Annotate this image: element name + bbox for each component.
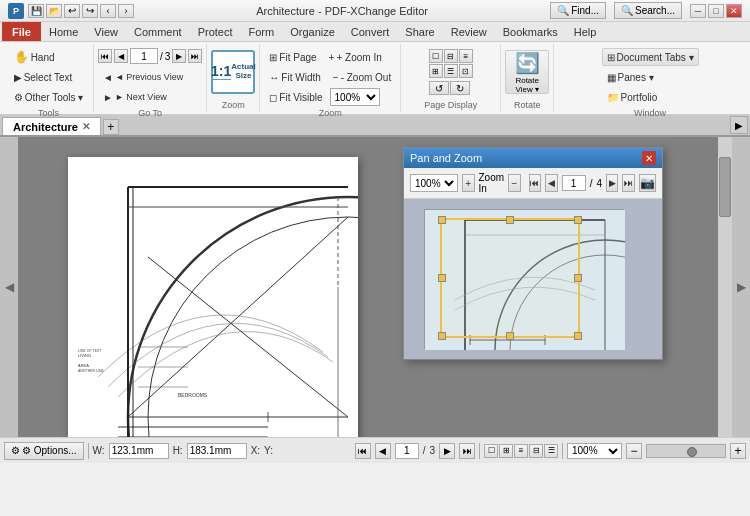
- handle-tr[interactable]: [574, 216, 582, 224]
- tabs-icon: ⊞: [607, 52, 615, 63]
- fit-page-btn[interactable]: ⊞ Fit Page: [264, 48, 321, 66]
- tab-close-btn[interactable]: ✕: [82, 121, 90, 132]
- spread-btn[interactable]: ⊡: [459, 64, 473, 78]
- menu-file[interactable]: File: [2, 22, 41, 41]
- menu-home[interactable]: Home: [41, 22, 86, 41]
- undo-btn[interactable]: ↩: [64, 4, 80, 18]
- handle-ml[interactable]: [438, 274, 446, 282]
- handle-tl[interactable]: [438, 216, 446, 224]
- bottom-next-btn[interactable]: ▶: [439, 443, 455, 459]
- small-icon-1[interactable]: ☐: [484, 444, 498, 458]
- menu-view[interactable]: View: [86, 22, 126, 41]
- options-btn[interactable]: ⚙ ⚙ Options...: [4, 442, 84, 460]
- pz-last-btn[interactable]: ⏭: [622, 174, 635, 192]
- bottom-zoom-out-btn[interactable]: −: [626, 443, 642, 459]
- rotate-right-btn[interactable]: ↻: [450, 81, 470, 95]
- height-input[interactable]: [187, 443, 247, 459]
- portfolio-btn[interactable]: 📁 Portfolio: [602, 88, 699, 106]
- select-text-icon: ▶: [14, 72, 22, 83]
- last-page-btn[interactable]: ⏭: [188, 49, 202, 63]
- pz-first-btn[interactable]: ⏮: [529, 174, 542, 192]
- menu-protect[interactable]: Protect: [190, 22, 241, 41]
- pan-zoom-close-btn[interactable]: ✕: [642, 151, 656, 165]
- panes-btn[interactable]: ▦ Panes ▾: [602, 68, 699, 86]
- pz-page-input[interactable]: [562, 175, 586, 191]
- forward-btn[interactable]: ›: [118, 4, 134, 18]
- bottom-last-btn[interactable]: ⏭: [459, 443, 475, 459]
- zoom-slider[interactable]: [646, 444, 726, 458]
- find-btn[interactable]: 🔍 Find...: [550, 2, 606, 19]
- small-icon-5[interactable]: ☰: [544, 444, 558, 458]
- pz-next-btn[interactable]: ▶: [606, 174, 619, 192]
- search-btn[interactable]: 🔍 Search...: [614, 2, 682, 19]
- rotate-view-btn[interactable]: 🔄 Rotate View ▾: [505, 50, 549, 94]
- redo-btn[interactable]: ↪: [82, 4, 98, 18]
- prev-page-btn[interactable]: ◀: [114, 49, 128, 63]
- fit-width-btn[interactable]: ↔ Fit Width: [264, 68, 325, 86]
- tab-scroll-right[interactable]: ▶: [730, 116, 748, 134]
- pz-prev-btn[interactable]: ◀: [545, 174, 558, 192]
- handle-mr[interactable]: [574, 274, 582, 282]
- find-icon: 🔍: [557, 5, 569, 16]
- single-page-btn[interactable]: ☐: [429, 49, 443, 63]
- continuous-btn[interactable]: ☰: [444, 64, 458, 78]
- menu-form[interactable]: Form: [241, 22, 283, 41]
- fit-visible-btn[interactable]: ◻ Fit Visible: [264, 88, 327, 106]
- left-nav-btn[interactable]: ◀: [0, 137, 18, 437]
- menu-comment[interactable]: Comment: [126, 22, 190, 41]
- bottom-first-btn[interactable]: ⏮: [355, 443, 371, 459]
- zoom-in-btn[interactable]: + + Zoom In: [324, 48, 387, 66]
- pz-camera-btn[interactable]: 📷: [639, 174, 656, 192]
- bottom-zoom-in-btn[interactable]: +: [730, 443, 746, 459]
- bottom-prev-btn[interactable]: ◀: [375, 443, 391, 459]
- pz-page-total: 4: [596, 178, 602, 189]
- close-btn[interactable]: ✕: [726, 4, 742, 18]
- handle-br[interactable]: [574, 332, 582, 340]
- pz-zoom-select[interactable]: 100% 75% 50%: [410, 174, 458, 192]
- document-tabs-btn[interactable]: ⊞ Document Tabs ▾: [602, 48, 699, 66]
- right-nav-btn[interactable]: ▶: [732, 137, 750, 437]
- next-page-btn[interactable]: ▶: [172, 49, 186, 63]
- save-btn[interactable]: 💾: [28, 4, 44, 18]
- handle-tm[interactable]: [506, 216, 514, 224]
- menu-share[interactable]: Share: [397, 22, 442, 41]
- next-view-btn[interactable]: ► ► Next View: [98, 88, 202, 106]
- scroll-btn[interactable]: ≡: [459, 49, 473, 63]
- menu-review[interactable]: Review: [443, 22, 495, 41]
- tab-architecture[interactable]: Architecture ✕: [2, 117, 101, 135]
- rotate-left-btn[interactable]: ↺: [429, 81, 449, 95]
- bottom-zoom-select[interactable]: 100% 75% 150%: [567, 443, 622, 459]
- first-page-btn[interactable]: ⏮: [98, 49, 112, 63]
- pz-zoom-in-btn[interactable]: +: [462, 174, 475, 192]
- prev-view-btn[interactable]: ◄ ◄ Previous View: [98, 68, 202, 86]
- hand-tool-btn[interactable]: ✋ Hand: [9, 48, 89, 66]
- new-tab-btn[interactable]: +: [103, 119, 119, 135]
- other-tools-btn[interactable]: ⚙ Other Tools ▾: [9, 88, 89, 106]
- back-btn[interactable]: ‹: [100, 4, 116, 18]
- menu-help[interactable]: Help: [566, 22, 605, 41]
- zoom-level-select[interactable]: 100% 75% 150% 200%: [330, 88, 380, 106]
- pz-zoom-out-btn[interactable]: −: [508, 174, 521, 192]
- minimize-btn[interactable]: ─: [690, 4, 706, 18]
- facing-btn[interactable]: ⊞: [429, 64, 443, 78]
- bottom-page-input[interactable]: [395, 443, 419, 459]
- small-icon-3[interactable]: ≡: [514, 444, 528, 458]
- page-number-input[interactable]: [130, 48, 158, 64]
- width-input[interactable]: [109, 443, 169, 459]
- menu-bookmarks[interactable]: Bookmarks: [495, 22, 566, 41]
- window-controls: ─ □ ✕: [690, 4, 742, 18]
- select-text-btn[interactable]: ▶ Select Text: [9, 68, 89, 86]
- vertical-scrollbar[interactable]: [718, 137, 732, 437]
- actual-size-btn[interactable]: 1:1 Actual Size: [211, 50, 255, 94]
- handle-bl[interactable]: [438, 332, 446, 340]
- handle-bm[interactable]: [506, 332, 514, 340]
- zoom-out-btn[interactable]: − - Zoom Out: [328, 68, 396, 86]
- scrollbar-thumb[interactable]: [719, 157, 731, 217]
- small-icon-2[interactable]: ⊞: [499, 444, 513, 458]
- two-page-btn[interactable]: ⊟: [444, 49, 458, 63]
- maximize-btn[interactable]: □: [708, 4, 724, 18]
- menu-organize[interactable]: Organize: [282, 22, 343, 41]
- open-btn[interactable]: 📂: [46, 4, 62, 18]
- menu-convert[interactable]: Convert: [343, 22, 398, 41]
- small-icon-4[interactable]: ⊟: [529, 444, 543, 458]
